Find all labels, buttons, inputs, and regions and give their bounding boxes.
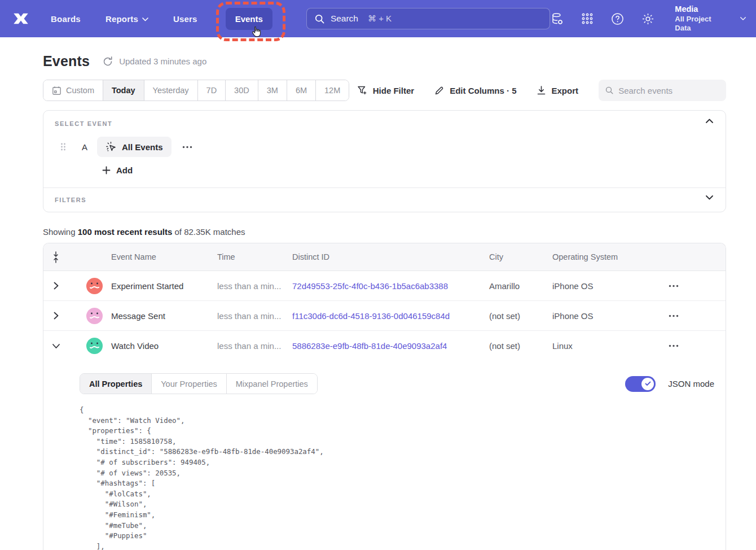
row-detail-panel: All Properties Your Properties Mixpanel …: [43, 361, 726, 550]
project-chevron-down-icon[interactable]: [740, 16, 746, 21]
table-row[interactable]: Watch Video less than a min... 5886283e-…: [43, 331, 726, 361]
date-range-segment[interactable]: Yesterday: [144, 80, 198, 101]
all-events-chip[interactable]: All Events: [97, 137, 172, 157]
os-cell: Linux: [552, 341, 643, 351]
distinct-id-link[interactable]: 72d49553-25fc-4f0c-b436-1b5ac6ab3388: [292, 281, 489, 291]
global-search-input[interactable]: Search ⌘ + K: [306, 8, 550, 29]
top-navbar: Boards Reports Users Events Search ⌘ + K: [0, 0, 756, 37]
edit-columns-button[interactable]: Edit Columns · 5: [434, 85, 516, 95]
date-range-segment[interactable]: 6M: [287, 80, 316, 101]
filters-section[interactable]: FILTERS: [43, 188, 726, 212]
search-icon: [315, 14, 324, 24]
export-button[interactable]: Export: [537, 85, 578, 95]
properties-tab[interactable]: Mixpanel Properties: [227, 374, 317, 394]
help-icon[interactable]: [610, 12, 625, 26]
sort-expand-icon[interactable]: [52, 251, 59, 263]
event-name-cell: Message Sent: [111, 311, 217, 321]
search-events-input[interactable]: [618, 86, 719, 95]
event-name-cell: Watch Video: [111, 341, 217, 351]
date-range-segment[interactable]: 3M: [258, 80, 287, 101]
query-builder-card: SELECT EVENT A All Events Add: [43, 110, 726, 212]
row-more-options-icon[interactable]: [669, 344, 679, 347]
os-cell: iPhone OS: [552, 311, 643, 321]
distinct-id-link[interactable]: f11c30d6-dc6d-4518-9136-0d046159c84d: [292, 311, 489, 321]
nav-item[interactable]: Users: [173, 14, 197, 24]
filters-heading: FILTERS: [55, 197, 714, 203]
column-header-event-name[interactable]: Event Name: [111, 252, 217, 261]
primary-nav: Boards Reports Users: [51, 14, 222, 24]
column-header-time[interactable]: Time: [217, 252, 292, 261]
json-mode-toggle[interactable]: [625, 376, 656, 392]
search-label: Search: [331, 14, 358, 24]
download-icon: [537, 85, 546, 95]
toggle-knob: [641, 378, 654, 390]
add-event-button[interactable]: Add: [102, 165, 133, 175]
event-avatar: [86, 308, 103, 324]
time-cell: less than a min...: [217, 311, 292, 321]
json-mode-label: JSON mode: [668, 379, 714, 389]
date-range-segment[interactable]: 30D: [226, 80, 258, 101]
collapse-chevron-up-icon[interactable]: [706, 119, 713, 123]
nav-item[interactable]: Reports: [106, 14, 148, 24]
properties-tab[interactable]: All Properties: [80, 374, 152, 394]
plus-icon: [102, 166, 111, 174]
time-cell: less than a min...: [217, 281, 292, 291]
column-header-os[interactable]: Operating System: [552, 252, 643, 261]
date-range-segment[interactable]: 12M: [316, 80, 349, 101]
navbar-right-group: Media All Project Data: [550, 4, 746, 34]
event-name-cell: Experiment Started: [111, 281, 217, 291]
table-row[interactable]: Message Sent less than a min... f11c30d6…: [43, 301, 726, 331]
table-header-row: Event Name Time Distinct ID City Operati…: [43, 243, 726, 271]
event-avatar: [86, 278, 103, 294]
search-events-box[interactable]: [599, 80, 726, 101]
hide-filter-button[interactable]: Hide Filter: [357, 85, 414, 96]
title-row: Events Updated 3 minutes ago: [43, 53, 726, 69]
refresh-icon[interactable]: [102, 56, 113, 67]
date-range-segment[interactable]: Custom: [43, 80, 103, 101]
json-mode-control: JSON mode: [625, 376, 714, 392]
event-json-view: { "event": "Watch Video", "properties": …: [80, 405, 714, 550]
row-expander-chevron-icon[interactable]: [54, 282, 59, 290]
settings-gear-icon[interactable]: [641, 12, 655, 26]
drag-handle-icon[interactable]: [60, 142, 67, 151]
detail-header: All Properties Your Properties Mixpanel …: [80, 373, 714, 394]
event-row-letter: A: [81, 142, 89, 152]
data-management-icon[interactable]: [550, 12, 564, 26]
column-header-distinct-id[interactable]: Distinct ID: [292, 252, 489, 261]
table-row[interactable]: Experiment Started less than a min... 72…: [43, 271, 726, 301]
date-range-segment[interactable]: 7D: [198, 80, 226, 101]
apps-grid-icon[interactable]: [581, 12, 594, 26]
row-expander-chevron-icon[interactable]: [54, 342, 59, 350]
nav-item-events[interactable]: Events: [226, 8, 272, 30]
row-expander-chevron-icon[interactable]: [54, 312, 59, 320]
chevron-down-icon: [142, 18, 148, 21]
event-row: A All Events: [55, 137, 714, 157]
properties-tab[interactable]: Your Properties: [152, 374, 226, 394]
row-more-options-icon[interactable]: [669, 315, 679, 317]
updated-timestamp: Updated 3 minutes ago: [119, 56, 206, 66]
time-cell: less than a min...: [217, 341, 292, 351]
expand-chevron-down-icon[interactable]: [706, 195, 713, 200]
select-event-section: SELECT EVENT A All Events Add: [43, 111, 726, 187]
search-shortcut: ⌘ + K: [368, 14, 392, 24]
event-more-options-icon[interactable]: [182, 146, 192, 149]
row-more-options-icon[interactable]: [669, 285, 679, 287]
nav-item[interactable]: Boards: [51, 14, 81, 24]
project-name: Media: [675, 4, 717, 15]
controls-row: Custom Today Yesterday 7D: [43, 80, 726, 101]
city-cell: (not set): [489, 341, 552, 351]
funnel-plus-icon: [357, 85, 368, 96]
events-table: Event Name Time Distinct ID City Operati…: [43, 243, 726, 550]
results-summary: Showing 100 most recent results of 82.35…: [43, 227, 726, 237]
avatar-face-icon: [86, 278, 103, 294]
column-header-city[interactable]: City: [489, 252, 552, 261]
distinct-id-link[interactable]: 5886283e-e9fb-48fb-81de-40e9093a2af4: [292, 341, 489, 351]
date-range-segment[interactable]: Today: [103, 80, 144, 101]
avatar-face-icon: [86, 338, 103, 354]
mixpanel-logo-icon[interactable]: [11, 9, 30, 28]
project-selector[interactable]: Media All Project Data: [675, 4, 717, 34]
event-avatar: [86, 338, 103, 354]
calendar-icon: [52, 86, 61, 95]
project-scope: All Project Data: [675, 15, 717, 34]
properties-tabs: All Properties Your Properties Mixpanel …: [80, 373, 318, 394]
